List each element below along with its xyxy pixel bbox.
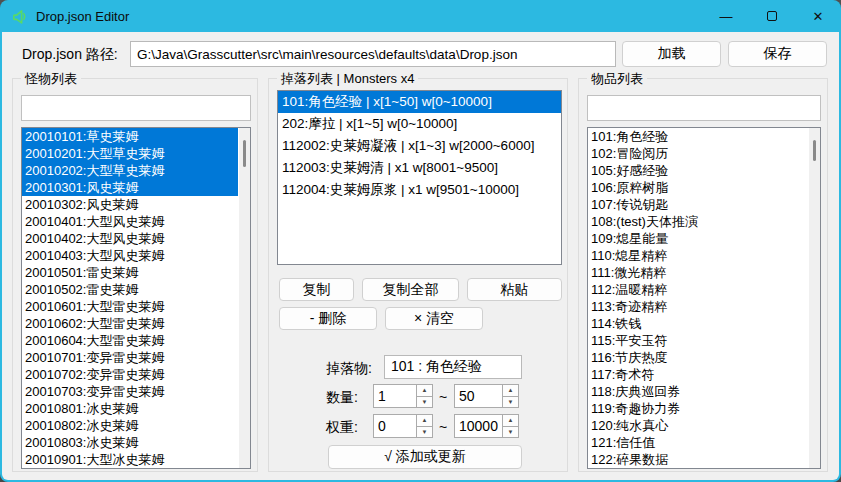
list-item[interactable]: 109:熄星能量 [588,230,808,247]
monster-list[interactable]: 20010101:草史莱姆20010201:大型草史莱姆20010202:大型草… [21,127,251,469]
list-item[interactable]: 117:奇术符 [588,366,808,383]
range-tilde: ~ [439,389,447,405]
monsters-title: 怪物列表 [21,70,81,88]
drop-item-label: 掉落物: [326,360,372,378]
list-item[interactable]: 20010801:冰史莱姆 [22,400,238,417]
list-item[interactable]: 101:角色经验 [588,128,808,145]
list-item[interactable]: 122:碎果数据 [588,451,808,468]
range-tilde: ~ [439,419,447,435]
window-title: Drop.json Editor [36,9,129,24]
drop-list[interactable]: 101:角色经验 | x[1~50] w[0~10000]202:摩拉 | x[… [277,90,562,265]
maximize-icon [767,11,777,21]
load-button[interactable]: 加载 [622,41,721,67]
spin-down-icon[interactable]: ▼ [417,397,432,408]
save-button[interactable]: 保存 [728,41,827,67]
item-search-input[interactable] [587,95,821,121]
list-item[interactable]: 20010302:风史莱姆 [22,196,238,213]
list-item[interactable]: 20010701:变异雷史莱姆 [22,349,238,366]
path-input[interactable] [130,41,616,67]
list-item[interactable]: 202:摩拉 | x[1~5] w[0~10000] [278,113,561,135]
list-item[interactable]: 112003:史莱姆清 | x1 w[8001~9500] [278,157,561,179]
weight-label: 权重: [326,419,358,437]
list-item[interactable]: 20010501:雷史莱姆 [22,264,238,281]
weight-min-input[interactable] [374,415,416,437]
drops-title: 掉落列表 | Monsters x4 [277,70,418,88]
list-item[interactable]: 116:节庆热度 [588,349,808,366]
weight-max-spinner: ▲ ▼ [454,414,519,438]
monster-search-input[interactable] [21,95,251,121]
drop-item-input[interactable] [384,355,522,379]
weight-min-spinner: ▲ ▼ [373,414,433,438]
list-item[interactable]: 20010301:风史莱姆 [22,179,238,196]
list-item[interactable]: 108:(test)天体推演 [588,213,808,230]
list-item[interactable]: 112004:史莱姆原浆 | x1 w[9501~10000] [278,179,561,201]
list-item[interactable]: 114:铁钱 [588,315,808,332]
count-label: 数量: [326,389,358,407]
add-update-button[interactable]: √ 添加或更新 [328,445,522,469]
list-item[interactable]: 20010401:大型风史莱姆 [22,213,238,230]
clear-button[interactable]: × 清空 [385,307,483,330]
list-item[interactable]: 115:平安玉符 [588,332,808,349]
monster-list-scrollbar[interactable] [239,128,250,468]
count-min-input[interactable] [374,385,416,407]
spin-up-icon[interactable]: ▲ [417,415,432,427]
megaphone-icon [11,8,28,25]
maximize-button[interactable] [749,0,795,32]
scrollbar-thumb[interactable] [813,140,816,161]
list-item[interactable]: 20010402:大型风史莱姆 [22,230,238,247]
path-label: Drop.json 路径: [22,46,118,64]
count-min-spinner: ▲ ▼ [373,384,433,408]
list-item[interactable]: 20010601:大型雷史莱姆 [22,298,238,315]
list-item[interactable]: 20010602:大型雷史莱姆 [22,315,238,332]
list-item[interactable]: 20010702:变异雷史莱姆 [22,366,238,383]
main-content: Drop.json 路径: 加载 保存 怪物列表 20010101:草史莱姆20… [2,32,839,480]
copy-button[interactable]: 复制 [279,278,354,301]
close-button[interactable]: ✕ [795,0,841,32]
list-item[interactable]: 112:温暖精粹 [588,281,808,298]
list-item[interactable]: 101:角色经验 | x[1~50] w[0~10000] [278,91,561,113]
list-item[interactable]: 20010604:大型雷史莱姆 [22,332,238,349]
list-item[interactable]: 20010703:变异雷史莱姆 [22,383,238,400]
spin-down-icon[interactable]: ▼ [417,427,432,438]
list-item[interactable]: 121:信任值 [588,434,808,451]
list-item[interactable]: 20010101:草史莱姆 [22,128,238,145]
copy-all-button[interactable]: 复制全部 [362,278,459,301]
list-item[interactable]: 113:奇迹精粹 [588,298,808,315]
spin-down-icon[interactable]: ▼ [503,397,518,408]
delete-button[interactable]: - 删除 [279,307,377,330]
spin-up-icon[interactable]: ▲ [503,385,518,397]
items-groupbox: 物品列表 101:角色经验102:冒险阅历105:好感经验106:原粹树脂107… [578,78,828,472]
items-title: 物品列表 [587,70,647,88]
item-list-scrollbar[interactable] [809,128,820,468]
spin-up-icon[interactable]: ▲ [503,415,518,427]
list-item[interactable]: 111:微光精粹 [588,264,808,281]
list-item[interactable]: 105:好感经验 [588,162,808,179]
minimize-button[interactable]: — [703,0,749,32]
count-max-spinner: ▲ ▼ [454,384,519,408]
list-item[interactable]: 118:庆典巡回券 [588,383,808,400]
list-item[interactable]: 102:冒险阅历 [588,145,808,162]
list-item[interactable]: 119:奇趣协力券 [588,400,808,417]
list-item[interactable]: 107:传说钥匙 [588,196,808,213]
list-item[interactable]: 112002:史莱姆凝液 | x[1~3] w[2000~6000] [278,135,561,157]
spin-down-icon[interactable]: ▼ [503,427,518,438]
list-item[interactable]: 120:纯水真心 [588,417,808,434]
list-item[interactable]: 20010202:大型草史莱姆 [22,162,238,179]
app-window: Drop.json Editor — ✕ Drop.json 路径: 加载 保存… [0,0,841,482]
list-item[interactable]: 20010803:冰史莱姆 [22,434,238,451]
list-item[interactable]: 20010403:大型风史莱姆 [22,247,238,264]
weight-max-input[interactable] [455,415,502,437]
list-item[interactable]: 20010201:大型草史莱姆 [22,145,238,162]
list-item[interactable]: 20010502:雷史莱姆 [22,281,238,298]
list-item[interactable]: 106:原粹树脂 [588,179,808,196]
item-list[interactable]: 101:角色经验102:冒险阅历105:好感经验106:原粹树脂107:传说钥匙… [587,127,821,469]
titlebar: Drop.json Editor — ✕ [0,0,841,32]
list-item[interactable]: 20010901:大型冰史莱姆 [22,451,238,468]
count-max-input[interactable] [455,385,502,407]
monsters-groupbox: 怪物列表 20010101:草史莱姆20010201:大型草史莱姆2001020… [12,78,258,472]
paste-button[interactable]: 粘贴 [467,278,562,301]
scrollbar-thumb[interactable] [243,140,246,167]
list-item[interactable]: 110:熄星精粹 [588,247,808,264]
spin-up-icon[interactable]: ▲ [417,385,432,397]
list-item[interactable]: 20010802:冰史莱姆 [22,417,238,434]
